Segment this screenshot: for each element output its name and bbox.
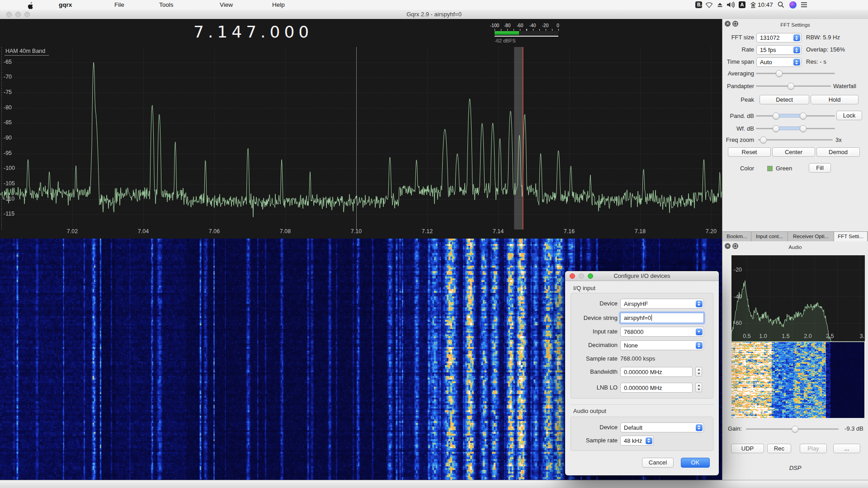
wf-db-thumb-low[interactable] (773, 125, 779, 132)
lnb-lo-label: LNB LO (571, 384, 618, 391)
peak-detect-button[interactable]: Detect (760, 95, 809, 104)
color-value[interactable]: Green (776, 165, 792, 172)
stepper-icon[interactable] (793, 47, 800, 53)
freq-zoom-thumb[interactable] (760, 136, 767, 143)
decimation-select[interactable]: None (620, 340, 704, 350)
demod-button[interactable]: Demod (816, 147, 860, 157)
dropdown-icon[interactable] (696, 328, 703, 335)
out-device-label: Device (571, 424, 618, 431)
tab-receiver-options[interactable]: Receiver Opti... (788, 231, 834, 241)
audio-spectrum (731, 255, 865, 342)
menu-clock[interactable]: 10:47 (758, 0, 773, 10)
ok-button[interactable]: OK (681, 458, 710, 468)
fill-button[interactable]: Fill (809, 163, 831, 173)
udp-button[interactable]: UDP (731, 444, 764, 453)
window-title-bar: Gqrx 2.9 - airspyhf=0 (0, 10, 868, 19)
pand-db-thumb-low[interactable] (773, 113, 779, 119)
bandwidth-label: Bandwidth (571, 368, 618, 375)
device-string-input[interactable]: airspyhf=0 (620, 313, 704, 323)
color-label: Color (722, 165, 754, 172)
device-select[interactable]: AirspyHF (620, 299, 704, 309)
audio-freq-label: 2.5 (823, 333, 837, 339)
stepper-icon[interactable] (696, 342, 703, 349)
cancel-button[interactable]: Cancel (642, 458, 674, 468)
freq-zoom-label: Freq zoom (722, 136, 754, 143)
configure-io-dialog: Configure I/O devices I/Q input Device A… (565, 271, 719, 475)
panadapter-spectrum[interactable] (0, 47, 722, 230)
meter-tick-label: -60 (514, 23, 526, 28)
db-axis-label: -85 (4, 119, 12, 126)
audio-panel-title: Audio (722, 243, 868, 252)
freq-axis-label: 7.20 (698, 228, 725, 235)
desktop: gqrx File Tools View Help B✓ A 10:47 Gqr… (0, 0, 868, 488)
lnb-lo-stepper[interactable] (695, 383, 702, 392)
rate-select[interactable]: 15 fps (756, 45, 802, 55)
gain-slider-thumb[interactable] (792, 426, 798, 432)
peak-hold-button[interactable]: Hold (811, 95, 859, 104)
freq-axis-label: 7.10 (343, 228, 370, 235)
out-device-value: Default (624, 424, 642, 431)
text-caret (651, 314, 652, 321)
wf-db-thumb-high[interactable] (800, 125, 807, 132)
freq-axis-label: 7.14 (485, 228, 512, 235)
db-axis-label: -115 (4, 211, 14, 217)
gain-value: -9.3 dB (839, 425, 863, 432)
menu-file[interactable]: File (114, 0, 124, 10)
reset-button[interactable]: Reset (728, 147, 771, 157)
dialog-title-bar: Configure I/O devices (565, 271, 719, 281)
menu-tools[interactable]: Tools (159, 0, 174, 10)
out-device-select[interactable]: Default (620, 422, 704, 432)
menu-view[interactable]: View (220, 0, 233, 10)
freq-axis-label: 7.04 (130, 228, 157, 235)
freq-axis-label: 7.18 (627, 228, 654, 235)
pandapter-label: Pandapter (722, 83, 754, 89)
tab-fft-settings[interactable]: FFT Setti... (834, 231, 868, 241)
audio-options-button[interactable]: ... (833, 444, 860, 453)
db-axis-label: -65 (4, 59, 12, 65)
freq-zoom-slider[interactable] (758, 139, 833, 141)
center-button[interactable]: Center (772, 147, 815, 157)
tab-input-controls[interactable]: Input cont... (751, 231, 788, 241)
db-axis-label: -100 (4, 165, 15, 171)
play-button[interactable]: Play (800, 444, 827, 453)
db-axis-label: -75 (4, 89, 12, 95)
out-rate-select[interactable]: 48 kHz (620, 436, 654, 446)
audio-db-label: -20 (734, 267, 742, 273)
overlap-text: Overlap: 156% (806, 46, 845, 53)
input-rate-select[interactable]: 768000 (620, 327, 704, 337)
freq-axis-label: 7.06 (201, 228, 228, 235)
device-value: AirspyHF (624, 300, 648, 307)
dsp-label: DSP (722, 465, 868, 471)
tab-bookmarks[interactable]: Bookm... (723, 231, 751, 241)
bandwidth-stepper[interactable] (695, 367, 702, 376)
bandwidth-input[interactable]: 0.000000 MHz (620, 367, 693, 377)
frequency-display[interactable]: 7.147.000 (193, 23, 313, 41)
averaging-slider-thumb[interactable] (776, 70, 783, 77)
meter-tick-label: -100 (488, 23, 501, 28)
meter-tick-marks (495, 29, 559, 31)
lnb-lo-input[interactable]: 0.000000 MHz (620, 383, 693, 393)
apple-menu[interactable] (27, 0, 34, 10)
stepper-icon[interactable] (696, 300, 703, 307)
sample-rate-label: Sample rate (571, 355, 618, 362)
averaging-slider[interactable] (756, 73, 835, 74)
stepper-icon[interactable] (793, 34, 800, 41)
menu-help[interactable]: Help (272, 0, 285, 10)
status-bar (0, 480, 868, 488)
rbw-text: RBW: 5.9 Hz (806, 34, 840, 41)
fft-size-select[interactable]: 131072 (756, 33, 802, 42)
time-span-select[interactable]: Auto (756, 57, 802, 67)
freq-axis-label: 7.12 (414, 228, 441, 235)
db-axis-label: -70 (4, 74, 12, 80)
rec-button[interactable]: Rec (767, 444, 791, 453)
stepper-icon[interactable] (793, 59, 800, 66)
audio-freq-label: 1.5 (779, 333, 793, 339)
pand-db-thumb-high[interactable] (800, 113, 807, 119)
menu-app-name[interactable]: gqrx (59, 0, 72, 10)
stepper-icon[interactable] (696, 424, 703, 431)
dialog-title: Configure I/O devices (565, 271, 719, 281)
lock-button[interactable]: Lock (836, 111, 862, 120)
stepper-icon[interactable] (646, 437, 652, 444)
device-string-value: airspyhf=0 (624, 314, 652, 321)
split-slider-thumb[interactable] (788, 83, 794, 89)
